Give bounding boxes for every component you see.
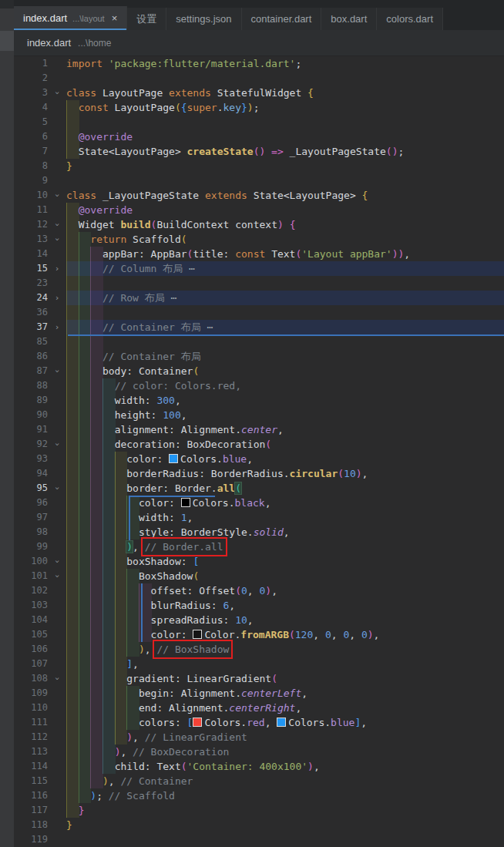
code-text[interactable] [66, 173, 504, 188]
code-text[interactable] [66, 71, 504, 86]
code-text[interactable]: gradient: LinearGradient( [66, 671, 504, 686]
code-text[interactable]: blurRadius: 6, [66, 598, 504, 613]
code-text[interactable]: class _LayoutPageState extends State<Lay… [66, 188, 504, 203]
code-text[interactable]: @override [66, 203, 504, 217]
code-text[interactable]: class LayoutPage extends StatefulWidget … [66, 86, 504, 100]
code-text[interactable]: ), // LinearGradient [66, 730, 504, 744]
code-text[interactable]: } [66, 159, 504, 173]
code-text[interactable]: const LayoutPage({super.key}); [66, 100, 504, 115]
tab--[interactable]: 设置 [127, 8, 166, 30]
line-tokens: const LayoutPage({super.key}); [66, 102, 259, 113]
sidebar-scroll-handle[interactable] [0, 31, 14, 51]
code-text[interactable]: } [66, 818, 504, 832]
tab-box-dart[interactable]: box.dart [321, 8, 377, 30]
code-text[interactable]: State<LayoutPage> createState() => _Layo… [66, 144, 504, 159]
code-text[interactable]: return Scaffold( [66, 232, 504, 247]
code-text[interactable]: height: 100, [66, 408, 504, 422]
code-area[interactable]: 1import 'package:flutter/material.dart';… [14, 56, 504, 847]
breadcrumb-file[interactable]: index.dart [27, 37, 71, 49]
code-text[interactable]: child: Text('Container: 400x100'), [66, 759, 504, 774]
code-text[interactable] [66, 115, 504, 129]
fold-expanded-chevron-icon[interactable]: › [48, 364, 66, 378]
tab-settings-json[interactable]: settings.json [166, 8, 241, 30]
code-text[interactable]: appBar: AppBar(title: const Text('Layout… [66, 247, 504, 261]
token: ] [126, 658, 133, 670]
code-text[interactable]: // Container 布局 ⋯ [66, 320, 504, 334]
fold-expanded-chevron-icon[interactable]: › [48, 188, 66, 203]
token: class [66, 87, 96, 99]
code-text[interactable] [66, 832, 504, 847]
line-tokens [66, 277, 102, 289]
tab-label: colors.dart [386, 13, 433, 25]
code-text[interactable]: border: Border.all( [66, 481, 504, 496]
code-text[interactable]: style: BorderStyle.solid, [66, 525, 504, 539]
line-tokens: } [66, 805, 84, 816]
tab-index-dart[interactable]: index.dart...\layout× [14, 6, 127, 30]
line-tokens [66, 336, 102, 348]
code-text[interactable]: color: Colors.blue, [66, 452, 504, 466]
code-text[interactable]: end: Alignment.centerRight, [66, 701, 504, 715]
token: ( [338, 468, 344, 479]
tab-container-dart[interactable]: container.dart [242, 8, 322, 30]
code-text[interactable]: ), // BoxShadow [66, 642, 504, 657]
fold-collapsed-chevron-icon[interactable]: › [48, 320, 66, 334]
code-text[interactable]: @override [66, 129, 504, 144]
fold-expanded-chevron-icon[interactable]: › [48, 232, 66, 247]
token: @override [79, 131, 133, 143]
close-icon[interactable]: × [112, 12, 118, 24]
code-text[interactable]: // Column 布局 ⋯ [66, 261, 504, 276]
token: . [217, 453, 223, 465]
code-text[interactable]: width: 300, [66, 393, 504, 408]
breadcrumb-path[interactable]: ...\home [78, 38, 111, 49]
code-text[interactable]: color: Colors.black, [66, 496, 504, 510]
fold-expanded-chevron-icon[interactable]: › [48, 437, 66, 452]
code-text[interactable]: spreadRadius: 10, [66, 613, 504, 627]
code-text[interactable]: ], [66, 657, 504, 671]
fold-expanded-chevron-icon[interactable]: › [48, 86, 66, 100]
code-text[interactable]: Widget build(BuildContext context) { [66, 217, 504, 232]
code-text[interactable]: color: Color.fromARGB(120, 0, 0, 0), [66, 627, 504, 642]
code-line: 108› gradient: LinearGradient( [14, 671, 504, 686]
code-text[interactable]: width: 1, [66, 510, 504, 525]
line-tokens: color: Colors.blue, [66, 453, 253, 465]
breadcrumb[interactable]: index.dart ...\home [14, 30, 504, 56]
line-tokens: // Row 布局 ⋯ [66, 292, 176, 304]
line-number: 108 [14, 671, 48, 686]
code-text[interactable]: BoxShadow( [66, 569, 504, 583]
token: borderRadius: BorderRadius [126, 468, 284, 479]
code-text[interactable]: import 'package:flutter/material.dart'; [66, 56, 504, 71]
code-text[interactable]: begin: Alignment.centerLeft, [66, 686, 504, 701]
code-text[interactable]: } [66, 803, 504, 818]
code-text[interactable]: decoration: BoxDecoration( [66, 437, 504, 452]
fold-collapsed-chevron-icon[interactable]: › [48, 291, 66, 305]
code-text[interactable]: body: Container( [66, 364, 504, 378]
fold-expanded-chevron-icon[interactable]: › [48, 554, 66, 569]
fold-expanded-chevron-icon[interactable]: › [48, 671, 66, 686]
token: ⋯ [183, 263, 195, 274]
fold-expanded-chevron-icon[interactable]: › [48, 481, 66, 496]
tab-colors-dart[interactable]: colors.dart [377, 8, 443, 30]
code-text[interactable]: ), // Container [66, 774, 504, 788]
code-text[interactable]: ), // BoxDecoration [66, 744, 504, 759]
code-text[interactable]: // Container 布局 [66, 349, 504, 364]
code-text[interactable] [66, 276, 504, 291]
token: ; [254, 102, 260, 113]
code-text[interactable]: colors: [Colors.red, Colors.blue], [66, 715, 504, 730]
token: . [217, 102, 223, 113]
code-text[interactable]: alignment: Alignment.center, [66, 422, 504, 437]
code-text[interactable] [66, 334, 504, 349]
code-text[interactable]: ); // Scaffold [66, 788, 504, 803]
gutter: 4 [14, 100, 66, 115]
code-text[interactable]: boxShadow: [ [66, 554, 504, 569]
code-text[interactable]: offset: Offset(0, 0), [66, 583, 504, 598]
code-text[interactable]: // Row 布局 ⋯ [66, 291, 504, 305]
code-text[interactable]: borderRadius: BorderRadius.circular(10), [66, 466, 504, 481]
code-text[interactable]: // color: Colors.red, [66, 378, 504, 393]
fold-expanded-chevron-icon[interactable]: › [48, 569, 66, 583]
fold-expanded-chevron-icon[interactable]: › [48, 217, 66, 232]
code-line: 13› return Scaffold( [14, 232, 504, 247]
code-text[interactable] [66, 305, 504, 320]
code-text[interactable]: ), // Border.all [66, 539, 504, 554]
fold-collapsed-chevron-icon[interactable]: › [48, 261, 66, 276]
token: ) [277, 219, 284, 230]
